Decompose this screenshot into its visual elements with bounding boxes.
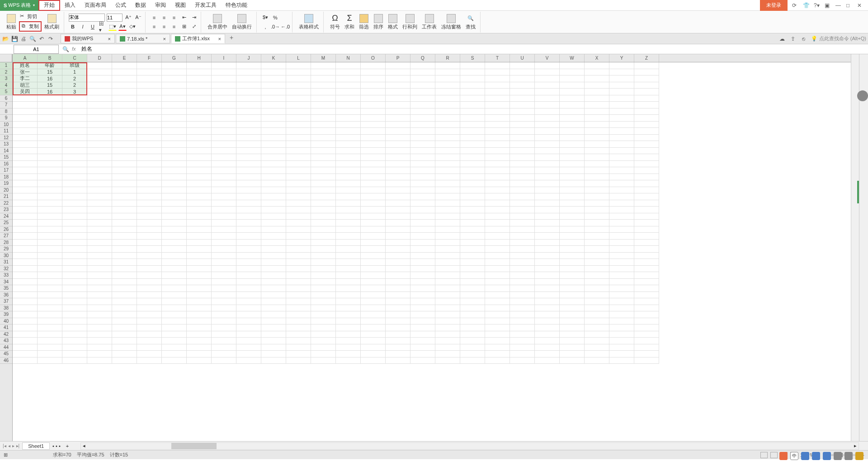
cell[interactable] (386, 161, 410, 168)
cell[interactable] (560, 240, 585, 246)
cell[interactable] (187, 75, 212, 82)
cell[interactable] (535, 318, 560, 325)
cell[interactable] (609, 285, 634, 292)
cell[interactable] (62, 220, 87, 226)
cell[interactable] (585, 95, 609, 102)
cell[interactable] (609, 82, 634, 89)
cell[interactable] (112, 292, 137, 299)
cell[interactable] (13, 95, 38, 102)
cell[interactable] (560, 311, 585, 318)
cell[interactable] (585, 259, 609, 266)
cell[interactable] (410, 253, 435, 259)
cell[interactable] (236, 240, 261, 246)
cell[interactable] (236, 220, 261, 226)
cell[interactable] (137, 95, 162, 102)
cell[interactable] (560, 213, 585, 220)
cell[interactable] (87, 338, 112, 344)
row-header-21[interactable]: 21 (0, 193, 12, 200)
cell[interactable] (38, 338, 62, 344)
cell[interactable] (162, 141, 187, 148)
cell[interactable] (137, 292, 162, 299)
cell[interactable] (212, 226, 236, 233)
cell[interactable] (410, 338, 435, 344)
cell[interactable] (212, 95, 236, 102)
cell[interactable] (62, 167, 87, 174)
row-header-29[interactable]: 29 (0, 246, 12, 253)
cell[interactable] (137, 318, 162, 325)
cell[interactable] (62, 305, 87, 312)
cell[interactable] (585, 193, 609, 200)
cell[interactable] (137, 141, 162, 148)
cell[interactable] (435, 161, 460, 168)
cell[interactable] (112, 298, 137, 305)
cell[interactable] (62, 180, 87, 187)
cell[interactable] (386, 226, 410, 233)
cell[interactable] (585, 253, 609, 259)
cell[interactable] (162, 148, 187, 155)
cut-button[interactable]: ✂ 剪切 (19, 13, 42, 20)
cell[interactable] (585, 266, 609, 273)
cell[interactable] (236, 253, 261, 259)
row-header-45[interactable]: 45 (0, 351, 12, 357)
cell[interactable] (13, 122, 38, 128)
cell[interactable] (336, 75, 361, 82)
cell[interactable] (410, 305, 435, 312)
cell[interactable] (13, 141, 38, 148)
cell[interactable] (236, 174, 261, 181)
cell[interactable] (560, 324, 585, 331)
cell[interactable] (560, 272, 585, 279)
cell[interactable] (236, 266, 261, 273)
cell[interactable] (535, 213, 560, 220)
cell[interactable] (162, 331, 187, 338)
cell[interactable] (485, 272, 510, 279)
cell[interactable] (485, 135, 510, 141)
cell[interactable] (435, 69, 460, 76)
cell[interactable] (187, 344, 212, 351)
row-header-33[interactable]: 33 (0, 272, 12, 279)
cell[interactable] (585, 272, 609, 279)
cell[interactable] (386, 75, 410, 82)
row-header-12[interactable]: 12 (0, 135, 12, 141)
row-col-button[interactable]: 行和列 (401, 13, 419, 31)
cell[interactable] (560, 115, 585, 122)
hscroll-left-icon[interactable]: ◂ (83, 443, 85, 449)
cell[interactable] (410, 279, 435, 286)
cell[interactable] (212, 200, 236, 207)
cell[interactable] (162, 220, 187, 226)
cell[interactable] (609, 108, 634, 115)
copy-button[interactable]: ⧉ 复制 (19, 21, 42, 32)
cell[interactable] (634, 148, 659, 155)
cell[interactable] (634, 135, 659, 141)
cell[interactable] (162, 279, 187, 286)
cell[interactable] (212, 246, 236, 253)
cell[interactable] (609, 338, 634, 344)
cell[interactable] (485, 75, 510, 82)
cell[interactable] (38, 213, 62, 220)
cell[interactable] (311, 148, 336, 155)
cell[interactable] (560, 298, 585, 305)
cell[interactable] (38, 272, 62, 279)
cell[interactable] (38, 298, 62, 305)
cell[interactable] (435, 180, 460, 187)
cell[interactable] (585, 135, 609, 141)
cell[interactable] (261, 298, 286, 305)
cell[interactable] (87, 141, 112, 148)
cell[interactable] (510, 135, 535, 141)
cell[interactable] (162, 344, 187, 351)
cell[interactable] (560, 174, 585, 181)
cell[interactable] (286, 344, 311, 351)
cell[interactable] (435, 154, 460, 161)
cell[interactable] (187, 187, 212, 194)
cell[interactable] (609, 89, 634, 95)
italic-button[interactable]: I (79, 23, 87, 31)
cell[interactable] (137, 108, 162, 115)
cell[interactable] (311, 240, 336, 246)
col-header-L[interactable]: L (286, 54, 311, 62)
cell[interactable] (435, 311, 460, 318)
cell[interactable] (585, 115, 609, 122)
cell[interactable] (13, 213, 38, 220)
orientation-icon[interactable]: ⤢ (190, 23, 198, 31)
cell[interactable] (311, 161, 336, 168)
cell[interactable] (261, 89, 286, 95)
cell[interactable] (435, 167, 460, 174)
